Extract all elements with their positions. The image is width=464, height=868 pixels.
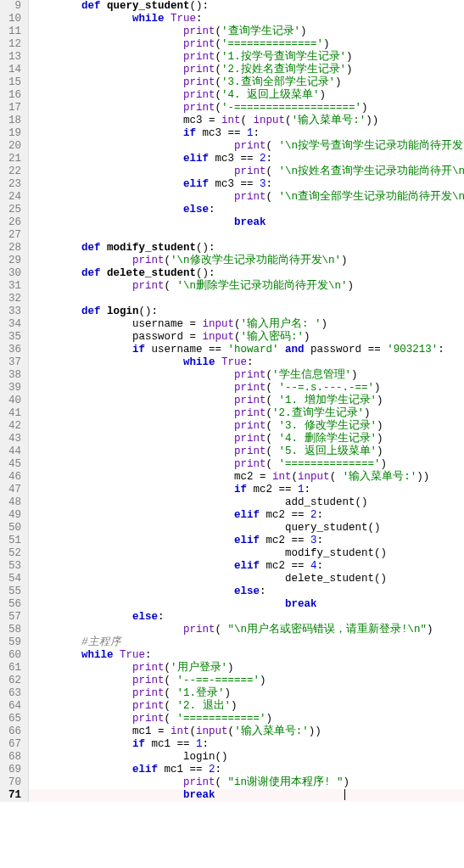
- code-area[interactable]: def query_student(): while True: print('…: [29, 0, 464, 802]
- code-line[interactable]: print( '5. 返回上级菜单'): [29, 445, 464, 458]
- token: print: [132, 280, 165, 292]
- token: =: [209, 115, 221, 126]
- code-line[interactable]: print('2.查询学生记录'): [29, 407, 464, 420]
- code-line[interactable]: elif mc2 == 2:: [29, 509, 464, 522]
- code-line[interactable]: username = input('输入用户名: '): [29, 318, 464, 331]
- code-line[interactable]: while True:: [29, 13, 464, 25]
- code-line[interactable]: mc1 = int(input('输入菜单号:')): [29, 725, 464, 738]
- code-line[interactable]: def modify_student():: [29, 242, 464, 255]
- token: 2: [260, 153, 266, 165]
- code-line[interactable]: password = input('输入密码:'): [29, 331, 464, 344]
- code-line[interactable]: print('\n修改学生记录功能尚待开发\n'): [29, 255, 464, 267]
- code-line[interactable]: print( '\n按学号查询学生记录功能尚待开发\n '): [29, 140, 464, 153]
- code-line[interactable]: print('3.查询全部学生记录'): [29, 76, 464, 89]
- code-line[interactable]: break: [29, 216, 464, 229]
- code-line[interactable]: def delete_student():: [29, 267, 464, 280]
- token: add_student(): [285, 496, 368, 508]
- token: mc2: [254, 484, 279, 496]
- token: '1. 增加学生记录': [279, 395, 377, 406]
- code-line[interactable]: print('2.按姓名查询学生记录'): [29, 64, 464, 76]
- token: '3.查询全部学生记录': [221, 76, 335, 88]
- code-line[interactable]: print( '1. 增加学生记录'): [29, 395, 464, 407]
- code-line[interactable]: elif mc3 == 2:: [29, 153, 464, 165]
- code-line[interactable]: mc3 = int( input('输入菜单号:')): [29, 115, 464, 127]
- code-line[interactable]: print( '--=.s.---.-=='): [29, 382, 464, 395]
- code-line[interactable]: break: [29, 598, 464, 611]
- code-line[interactable]: print('用户登录'): [29, 662, 464, 675]
- token: ():: [139, 305, 159, 317]
- code-line[interactable]: break: [29, 789, 464, 802]
- code-line[interactable]: mc2 = int(input( '输入菜单号:')): [29, 471, 464, 484]
- code-line[interactable]: #主程序: [29, 636, 464, 649]
- line-number: 60: [3, 649, 21, 662]
- token: ==: [292, 560, 311, 572]
- code-line[interactable]: [29, 293, 464, 305]
- token: print: [132, 662, 165, 674]
- code-line[interactable]: print( '\n删除学生记录功能尚待开发\n'): [29, 280, 464, 293]
- line-number: 22: [3, 165, 21, 178]
- token: mc3: [203, 127, 228, 139]
- code-line[interactable]: query_student(): [29, 522, 464, 535]
- code-line[interactable]: print('4. 返回上级菜单'): [29, 89, 464, 102]
- code-line[interactable]: def login():: [29, 305, 464, 318]
- token: ): [377, 445, 383, 457]
- token: else: [132, 611, 158, 623]
- code-line[interactable]: print( '--==-======'): [29, 675, 464, 687]
- code-line[interactable]: print( '3. 修改学生记录'): [29, 420, 464, 433]
- token: print: [234, 369, 266, 381]
- code-line[interactable]: print( "\n用户名或密码错误，请重新登录!\n"): [29, 624, 464, 636]
- code-line[interactable]: add_student(): [29, 496, 464, 509]
- code-line[interactable]: def query_student():: [29, 0, 464, 13]
- code-line[interactable]: print( '2. 退出'): [29, 700, 464, 713]
- code-line[interactable]: elif mc1 == 2:: [29, 764, 464, 776]
- code-line[interactable]: print('1.按学号查询学生记录'): [29, 51, 464, 64]
- token: print: [132, 687, 165, 699]
- code-line[interactable]: elif mc2 == 3:: [29, 535, 464, 547]
- token: '输入用户名: ': [241, 318, 321, 330]
- code-line[interactable]: if mc1 == 1:: [29, 738, 464, 751]
- code-line[interactable]: modify_student(): [29, 547, 464, 560]
- line-number: 64: [3, 700, 21, 713]
- code-line[interactable]: print( '1.登录'): [29, 687, 464, 700]
- code-line[interactable]: print('=============='): [29, 38, 464, 51]
- code-line[interactable]: while True:: [29, 356, 464, 369]
- line-number: 46: [3, 471, 21, 484]
- code-line[interactable]: print( '============'): [29, 713, 464, 725]
- code-line[interactable]: print( '4. 删除学生记录'): [29, 433, 464, 445]
- code-line[interactable]: print( '=============='): [29, 458, 464, 471]
- token: =: [190, 331, 203, 343]
- code-line[interactable]: elif mc2 == 4:: [29, 560, 464, 573]
- token: =: [158, 725, 171, 737]
- token: while: [81, 649, 120, 661]
- token: ): [377, 395, 383, 406]
- token: '学生信息管理': [272, 369, 351, 381]
- token: 3: [260, 178, 266, 190]
- code-line[interactable]: if mc3 == 1:: [29, 127, 464, 140]
- code-line[interactable]: else:: [29, 585, 464, 598]
- token: True: [120, 649, 145, 661]
- token: '2.查询学生记录': [272, 407, 364, 419]
- code-line[interactable]: [29, 229, 464, 242]
- token: '输入菜单号:': [234, 725, 309, 737]
- token: :: [254, 127, 260, 139]
- token: if: [132, 738, 152, 750]
- code-line[interactable]: else:: [29, 204, 464, 216]
- code-line[interactable]: print('查询学生记录'): [29, 25, 464, 38]
- code-line[interactable]: login(): [29, 751, 464, 764]
- code-line[interactable]: print( "in谢谢使用本程序! "): [29, 776, 464, 789]
- code-line[interactable]: while True:: [29, 649, 464, 662]
- code-line[interactable]: delete_student(): [29, 573, 464, 585]
- token: :: [317, 509, 324, 521]
- code-line[interactable]: else:: [29, 611, 464, 624]
- code-line[interactable]: print( '\n按姓名查询学生记录功能尚待开\n'): [29, 165, 464, 178]
- code-line[interactable]: elif mc3 == 3:: [29, 178, 464, 191]
- code-line[interactable]: print( '\n查询全部学生记录功能尚待开发\n '): [29, 191, 464, 204]
- code-line[interactable]: if mc2 == 1:: [29, 484, 464, 496]
- code-line[interactable]: if username == 'howard' and password == …: [29, 344, 464, 356]
- token: (: [266, 433, 279, 445]
- code-line[interactable]: print('-==================='): [29, 102, 464, 115]
- token: break: [183, 789, 215, 801]
- code-editor[interactable]: 9101112131415161718192021222324252627282…: [0, 0, 464, 802]
- token: :: [266, 178, 273, 190]
- code-line[interactable]: print('学生信息管理'): [29, 369, 464, 382]
